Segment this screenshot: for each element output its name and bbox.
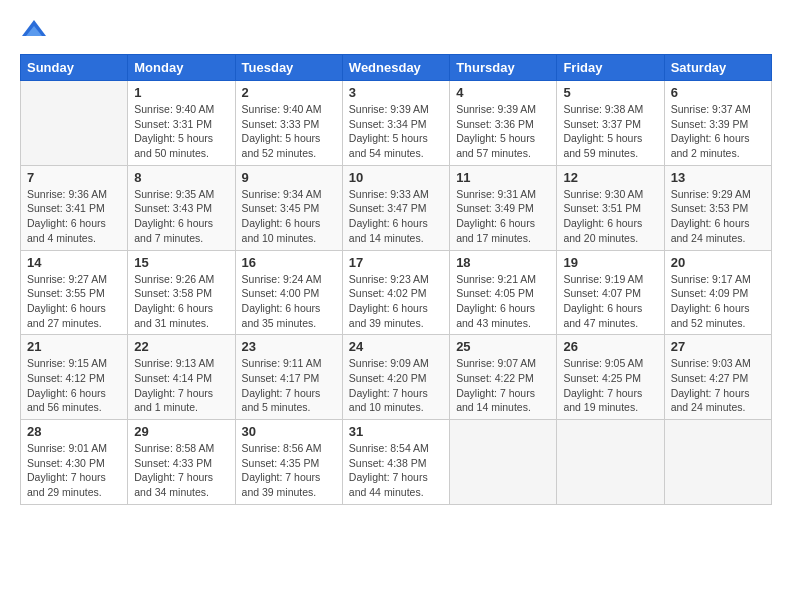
day-number: 30 (242, 424, 336, 439)
day-number: 27 (671, 339, 765, 354)
day-header-monday: Monday (128, 55, 235, 81)
day-info: Sunrise: 9:37 AMSunset: 3:39 PMDaylight:… (671, 102, 765, 161)
day-header-sunday: Sunday (21, 55, 128, 81)
calendar-cell: 2Sunrise: 9:40 AMSunset: 3:33 PMDaylight… (235, 81, 342, 166)
day-info: Sunrise: 9:26 AMSunset: 3:58 PMDaylight:… (134, 272, 228, 331)
day-info: Sunrise: 9:24 AMSunset: 4:00 PMDaylight:… (242, 272, 336, 331)
day-number: 1 (134, 85, 228, 100)
day-number: 13 (671, 170, 765, 185)
calendar-cell: 14Sunrise: 9:27 AMSunset: 3:55 PMDayligh… (21, 250, 128, 335)
day-number: 22 (134, 339, 228, 354)
calendar-cell: 17Sunrise: 9:23 AMSunset: 4:02 PMDayligh… (342, 250, 449, 335)
day-info: Sunrise: 9:30 AMSunset: 3:51 PMDaylight:… (563, 187, 657, 246)
day-info: Sunrise: 9:23 AMSunset: 4:02 PMDaylight:… (349, 272, 443, 331)
calendar-cell: 4Sunrise: 9:39 AMSunset: 3:36 PMDaylight… (450, 81, 557, 166)
day-info: Sunrise: 9:11 AMSunset: 4:17 PMDaylight:… (242, 356, 336, 415)
day-info: Sunrise: 9:05 AMSunset: 4:25 PMDaylight:… (563, 356, 657, 415)
calendar-cell: 1Sunrise: 9:40 AMSunset: 3:31 PMDaylight… (128, 81, 235, 166)
day-info: Sunrise: 8:58 AMSunset: 4:33 PMDaylight:… (134, 441, 228, 500)
calendar-cell: 8Sunrise: 9:35 AMSunset: 3:43 PMDaylight… (128, 165, 235, 250)
day-header-friday: Friday (557, 55, 664, 81)
day-number: 18 (456, 255, 550, 270)
calendar-cell: 25Sunrise: 9:07 AMSunset: 4:22 PMDayligh… (450, 335, 557, 420)
calendar-cell: 12Sunrise: 9:30 AMSunset: 3:51 PMDayligh… (557, 165, 664, 250)
day-number: 11 (456, 170, 550, 185)
calendar-cell: 30Sunrise: 8:56 AMSunset: 4:35 PMDayligh… (235, 420, 342, 505)
calendar-cell: 21Sunrise: 9:15 AMSunset: 4:12 PMDayligh… (21, 335, 128, 420)
day-info: Sunrise: 9:13 AMSunset: 4:14 PMDaylight:… (134, 356, 228, 415)
calendar-cell: 3Sunrise: 9:39 AMSunset: 3:34 PMDaylight… (342, 81, 449, 166)
calendar-cell: 6Sunrise: 9:37 AMSunset: 3:39 PMDaylight… (664, 81, 771, 166)
day-info: Sunrise: 9:35 AMSunset: 3:43 PMDaylight:… (134, 187, 228, 246)
calendar-header-row: SundayMondayTuesdayWednesdayThursdayFrid… (21, 55, 772, 81)
day-header-thursday: Thursday (450, 55, 557, 81)
day-number: 7 (27, 170, 121, 185)
day-number: 16 (242, 255, 336, 270)
day-number: 15 (134, 255, 228, 270)
calendar-cell: 24Sunrise: 9:09 AMSunset: 4:20 PMDayligh… (342, 335, 449, 420)
day-info: Sunrise: 9:01 AMSunset: 4:30 PMDaylight:… (27, 441, 121, 500)
calendar-cell: 29Sunrise: 8:58 AMSunset: 4:33 PMDayligh… (128, 420, 235, 505)
page: SundayMondayTuesdayWednesdayThursdayFrid… (0, 0, 792, 612)
day-info: Sunrise: 9:39 AMSunset: 3:34 PMDaylight:… (349, 102, 443, 161)
day-number: 20 (671, 255, 765, 270)
day-info: Sunrise: 9:09 AMSunset: 4:20 PMDaylight:… (349, 356, 443, 415)
calendar-cell: 20Sunrise: 9:17 AMSunset: 4:09 PMDayligh… (664, 250, 771, 335)
day-number: 23 (242, 339, 336, 354)
calendar-cell (21, 81, 128, 166)
week-row-3: 14Sunrise: 9:27 AMSunset: 3:55 PMDayligh… (21, 250, 772, 335)
day-info: Sunrise: 8:56 AMSunset: 4:35 PMDaylight:… (242, 441, 336, 500)
day-info: Sunrise: 9:21 AMSunset: 4:05 PMDaylight:… (456, 272, 550, 331)
day-info: Sunrise: 9:40 AMSunset: 3:31 PMDaylight:… (134, 102, 228, 161)
day-number: 6 (671, 85, 765, 100)
day-number: 25 (456, 339, 550, 354)
day-info: Sunrise: 9:39 AMSunset: 3:36 PMDaylight:… (456, 102, 550, 161)
calendar-cell (450, 420, 557, 505)
day-number: 17 (349, 255, 443, 270)
day-header-tuesday: Tuesday (235, 55, 342, 81)
day-number: 29 (134, 424, 228, 439)
day-info: Sunrise: 9:36 AMSunset: 3:41 PMDaylight:… (27, 187, 121, 246)
calendar-cell: 10Sunrise: 9:33 AMSunset: 3:47 PMDayligh… (342, 165, 449, 250)
week-row-5: 28Sunrise: 9:01 AMSunset: 4:30 PMDayligh… (21, 420, 772, 505)
week-row-1: 1Sunrise: 9:40 AMSunset: 3:31 PMDaylight… (21, 81, 772, 166)
day-info: Sunrise: 9:15 AMSunset: 4:12 PMDaylight:… (27, 356, 121, 415)
day-info: Sunrise: 9:03 AMSunset: 4:27 PMDaylight:… (671, 356, 765, 415)
calendar-cell: 31Sunrise: 8:54 AMSunset: 4:38 PMDayligh… (342, 420, 449, 505)
day-header-wednesday: Wednesday (342, 55, 449, 81)
calendar-cell: 7Sunrise: 9:36 AMSunset: 3:41 PMDaylight… (21, 165, 128, 250)
day-number: 8 (134, 170, 228, 185)
day-info: Sunrise: 8:54 AMSunset: 4:38 PMDaylight:… (349, 441, 443, 500)
logo-icon (20, 16, 48, 44)
calendar-table: SundayMondayTuesdayWednesdayThursdayFrid… (20, 54, 772, 505)
calendar-cell: 26Sunrise: 9:05 AMSunset: 4:25 PMDayligh… (557, 335, 664, 420)
day-number: 19 (563, 255, 657, 270)
day-number: 31 (349, 424, 443, 439)
calendar-cell: 19Sunrise: 9:19 AMSunset: 4:07 PMDayligh… (557, 250, 664, 335)
calendar-cell: 23Sunrise: 9:11 AMSunset: 4:17 PMDayligh… (235, 335, 342, 420)
day-info: Sunrise: 9:34 AMSunset: 3:45 PMDaylight:… (242, 187, 336, 246)
day-info: Sunrise: 9:27 AMSunset: 3:55 PMDaylight:… (27, 272, 121, 331)
day-info: Sunrise: 9:31 AMSunset: 3:49 PMDaylight:… (456, 187, 550, 246)
day-info: Sunrise: 9:07 AMSunset: 4:22 PMDaylight:… (456, 356, 550, 415)
calendar-cell: 27Sunrise: 9:03 AMSunset: 4:27 PMDayligh… (664, 335, 771, 420)
calendar-cell: 5Sunrise: 9:38 AMSunset: 3:37 PMDaylight… (557, 81, 664, 166)
day-number: 21 (27, 339, 121, 354)
header (20, 16, 772, 44)
calendar-cell: 13Sunrise: 9:29 AMSunset: 3:53 PMDayligh… (664, 165, 771, 250)
calendar-cell: 28Sunrise: 9:01 AMSunset: 4:30 PMDayligh… (21, 420, 128, 505)
calendar-cell: 18Sunrise: 9:21 AMSunset: 4:05 PMDayligh… (450, 250, 557, 335)
calendar-cell (664, 420, 771, 505)
calendar-cell: 15Sunrise: 9:26 AMSunset: 3:58 PMDayligh… (128, 250, 235, 335)
day-number: 26 (563, 339, 657, 354)
day-info: Sunrise: 9:17 AMSunset: 4:09 PMDaylight:… (671, 272, 765, 331)
day-number: 28 (27, 424, 121, 439)
day-number: 2 (242, 85, 336, 100)
day-number: 14 (27, 255, 121, 270)
day-info: Sunrise: 9:40 AMSunset: 3:33 PMDaylight:… (242, 102, 336, 161)
week-row-2: 7Sunrise: 9:36 AMSunset: 3:41 PMDaylight… (21, 165, 772, 250)
day-number: 12 (563, 170, 657, 185)
day-number: 10 (349, 170, 443, 185)
logo (20, 16, 52, 44)
calendar-cell: 9Sunrise: 9:34 AMSunset: 3:45 PMDaylight… (235, 165, 342, 250)
